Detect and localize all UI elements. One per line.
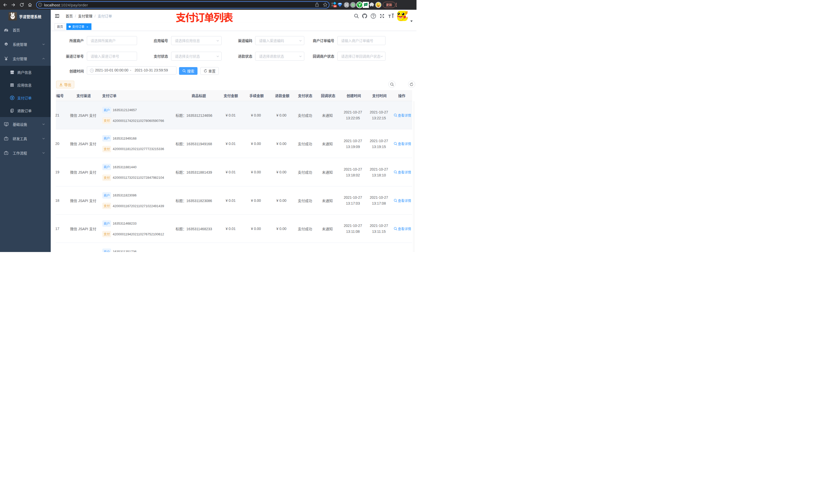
svg-text:10: 10 <box>334 5 336 7</box>
